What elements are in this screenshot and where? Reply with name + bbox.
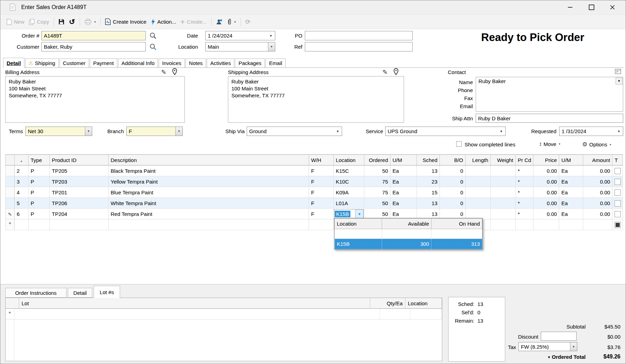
- cell-sched[interactable]: 15: [417, 187, 440, 198]
- sort-column-header[interactable]: ▲: [15, 155, 29, 165]
- cell-amount[interactable]: [583, 219, 612, 230]
- billing-edit-pencil-icon[interactable]: ✎: [161, 68, 166, 76]
- cell-product-id[interactable]: [50, 219, 109, 230]
- cell-line[interactable]: 4: [15, 187, 29, 198]
- cell-weight[interactable]: [491, 165, 516, 176]
- ship-attn-field[interactable]: Ruby D Baker: [476, 114, 623, 123]
- cell-description[interactable]: Yellow Tempra Paint: [109, 176, 309, 187]
- cell-wh[interactable]: F: [309, 165, 334, 176]
- cell-sched[interactable]: 13: [417, 165, 440, 176]
- cell-amount[interactable]: 0.00: [583, 198, 612, 209]
- cell-price[interactable]: [533, 219, 559, 230]
- order-search-icon[interactable]: [149, 32, 157, 40]
- cell-um[interactable]: Ea: [390, 187, 417, 198]
- cell-um[interactable]: Ea: [390, 209, 417, 219]
- tab-notes[interactable]: Notes: [185, 58, 206, 67]
- copy-button[interactable]: Copy: [29, 19, 49, 25]
- cell-um2[interactable]: Ea: [559, 209, 583, 219]
- cell-product-id[interactable]: TP204: [50, 209, 109, 219]
- row-selector[interactable]: [6, 187, 15, 198]
- cell-weight[interactable]: [491, 209, 516, 219]
- cell-description[interactable]: Black Tempra Paint: [109, 165, 309, 176]
- col-type[interactable]: Type: [29, 155, 50, 165]
- col-price[interactable]: Price: [533, 155, 559, 165]
- billing-map-pin-icon[interactable]: [172, 68, 177, 75]
- branch-field[interactable]: F ▼: [126, 127, 183, 136]
- col-pr-cd[interactable]: Pr Cd: [516, 155, 533, 165]
- cell-pr-cd[interactable]: [516, 219, 533, 230]
- cell-pr-cd[interactable]: *: [516, 165, 533, 176]
- refresh-button[interactable]: ⟳: [245, 18, 251, 26]
- lot-col-qty[interactable]: Qty/Ea: [370, 298, 405, 308]
- cell-line[interactable]: 5: [15, 198, 29, 209]
- cell-price[interactable]: 0.00: [533, 198, 559, 209]
- close-button[interactable]: [604, 0, 620, 14]
- action-button[interactable]: Action...: [151, 19, 176, 25]
- billing-address-box[interactable]: Ruby Baker 100 Main Street Somewhere, TX…: [5, 76, 185, 123]
- cell-description[interactable]: [109, 219, 309, 230]
- col-amount[interactable]: Amount: [583, 155, 612, 165]
- cell-sched[interactable]: 23: [417, 176, 440, 187]
- tab-detail[interactable]: Detail: [3, 58, 24, 68]
- new-button[interactable]: New: [7, 19, 24, 25]
- cell-location[interactable]: K10C: [334, 176, 364, 187]
- cell-line[interactable]: 2: [15, 165, 29, 176]
- cell-bo[interactable]: 0: [440, 165, 466, 176]
- cell-description[interactable]: White Tempra Paint: [109, 198, 309, 209]
- date-dropdown-icon[interactable]: ▼: [267, 34, 275, 38]
- ship-via-dropdown-icon[interactable]: ▼: [334, 130, 342, 133]
- cell-weight[interactable]: [491, 219, 516, 230]
- tab-activities[interactable]: Activities: [207, 58, 234, 67]
- cell-product-id[interactable]: TP203: [50, 176, 109, 187]
- lot-new-row[interactable]: *: [6, 309, 442, 319]
- col-sched[interactable]: Sched: [417, 155, 440, 165]
- cell-wh[interactable]: F: [309, 176, 334, 187]
- cell-amount[interactable]: 0.00: [583, 176, 612, 187]
- cell-wh[interactable]: [309, 219, 334, 230]
- minimize-button[interactable]: [562, 0, 578, 14]
- create-invoice-button[interactable]: Create Invoice: [105, 18, 146, 25]
- cell-bo[interactable]: 0: [440, 209, 466, 219]
- cell-location[interactable]: K09A: [334, 187, 364, 198]
- cell-length[interactable]: [466, 209, 491, 219]
- date-field[interactable]: 1 /24/2024 ▼: [205, 31, 275, 40]
- cell-ordered[interactable]: 50: [364, 198, 390, 209]
- cell-amount[interactable]: 0.00: [583, 209, 612, 219]
- cell-amount[interactable]: 0.00: [583, 187, 612, 198]
- lot-cell[interactable]: [410, 309, 442, 319]
- terms-field[interactable]: Net 30 ▼: [25, 127, 92, 136]
- lot-col-location[interactable]: Location: [405, 298, 442, 308]
- ref-field[interactable]: [305, 42, 413, 51]
- cell-ordered[interactable]: 50: [364, 209, 390, 219]
- location-field[interactable]: Main ▼: [205, 42, 275, 51]
- cell-um2[interactable]: Ea: [559, 165, 583, 176]
- cell-ordered[interactable]: 75: [364, 176, 390, 187]
- tab-packages[interactable]: Packages: [235, 58, 265, 67]
- cell-line[interactable]: 3: [15, 176, 29, 187]
- popup-cell[interactable]: [335, 229, 382, 239]
- shipping-address-box[interactable]: Ruby Baker 100 Main Street Somewhere, TX…: [228, 76, 404, 123]
- cell-ordered[interactable]: 75: [364, 187, 390, 198]
- cell-length[interactable]: [466, 165, 491, 176]
- attachment-button[interactable]: ▾: [227, 18, 236, 25]
- popup-cell-location[interactable]: K15B: [335, 239, 382, 249]
- taxable-checkbox[interactable]: [615, 200, 621, 207]
- requested-field[interactable]: 1 /31/2024 ▼: [559, 127, 623, 136]
- cell-price[interactable]: 0.00: [533, 209, 559, 219]
- row-selector[interactable]: [6, 176, 15, 187]
- service-field[interactable]: UPS Ground ▼: [385, 127, 506, 136]
- cell-description[interactable]: Blue Tempra Paint: [109, 187, 309, 198]
- tab-shipping[interactable]: ⚠Shipping: [25, 58, 59, 67]
- shipping-map-pin-icon[interactable]: [394, 68, 398, 75]
- cell-description[interactable]: Red Tempra Paint: [109, 209, 309, 219]
- cell-amount[interactable]: 0.00: [583, 165, 612, 176]
- location-dropdown-icon[interactable]: ▼: [268, 42, 275, 51]
- col-weight[interactable]: Weight: [491, 155, 516, 165]
- cell-location[interactable]: K15C: [334, 165, 364, 176]
- order-number-field[interactable]: A1489T: [41, 31, 146, 40]
- cell-type[interactable]: P: [29, 209, 50, 219]
- taxable-checkbox-indeterminate[interactable]: [615, 222, 621, 228]
- cell-um[interactable]: Ea: [390, 176, 417, 187]
- cell-ordered[interactable]: 50: [364, 165, 390, 176]
- col-location[interactable]: Location: [334, 155, 364, 165]
